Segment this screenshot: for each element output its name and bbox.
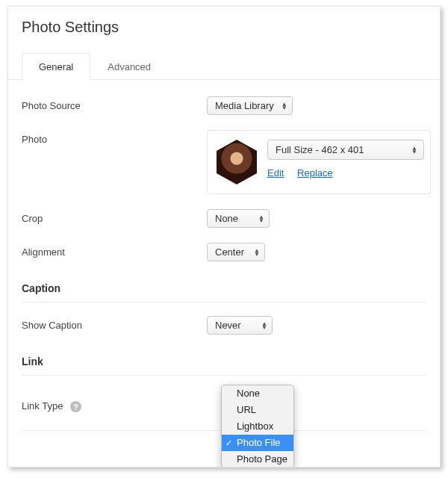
row-photo-source: Photo Source Media Library [22,89,426,122]
select-photo-size[interactable]: Full Size - 462 x 401 [267,140,424,160]
select-photo-source[interactable]: Media Library [207,96,293,115]
option-photo-page[interactable]: Photo Page [222,451,293,468]
updown-icon [281,102,287,110]
label-alignment: Alignment [22,243,207,258]
dropdown-link-type[interactable]: None URL Lightbox Photo File Photo Page [221,385,294,468]
row-show-caption: Show Caption Never [22,302,426,342]
select-photo-size-value: Full Size - 462 x 401 [276,144,364,155]
photo-thumbnail[interactable] [217,140,257,184]
select-alignment[interactable]: Center [207,243,265,261]
option-lightbox[interactable]: Lightbox [222,418,293,435]
panel-title: Photo Settings [8,7,440,52]
select-crop[interactable]: None [207,209,270,228]
help-icon[interactable]: ? [70,401,81,412]
updown-icon [261,322,267,329]
label-photo-source: Photo Source [22,96,207,111]
label-link-type-text: Link Type [22,400,63,412]
row-photo: Photo Full Size - 462 x 401 Edit Replace [22,122,426,202]
photo-preview-box: Full Size - 462 x 401 Edit Replace [207,130,431,194]
select-photo-source-value: Media Library [215,100,274,111]
select-crop-value: None [215,213,238,224]
link-edit-photo[interactable]: Edit [267,167,284,179]
photo-settings-panel: Photo Settings General Advanced Photo So… [7,6,441,468]
updown-icon [258,215,264,223]
option-none[interactable]: None [222,385,293,402]
select-show-caption[interactable]: Never [207,316,273,335]
tabs: General Advanced [8,52,440,80]
updown-icon [254,249,260,256]
label-show-caption: Show Caption [22,316,207,331]
row-alignment: Alignment Center [22,235,426,269]
settings-content: Photo Source Media Library Photo Full Si… [8,80,440,431]
link-replace-photo[interactable]: Replace [297,167,333,179]
section-link: Link [22,342,426,376]
tab-general[interactable]: General [22,53,90,80]
option-photo-file[interactable]: Photo File [222,435,293,451]
section-caption: Caption [22,269,426,302]
tab-advanced[interactable]: Advanced [90,53,168,80]
label-photo: Photo [22,130,207,145]
select-alignment-value: Center [215,246,244,258]
updown-icon [411,146,417,154]
label-crop: Crop [22,209,207,224]
option-url[interactable]: URL [222,402,293,418]
select-show-caption-value: Never [215,320,241,331]
row-crop: Crop None [22,202,426,235]
label-link-type: Link Type ? [22,397,207,412]
